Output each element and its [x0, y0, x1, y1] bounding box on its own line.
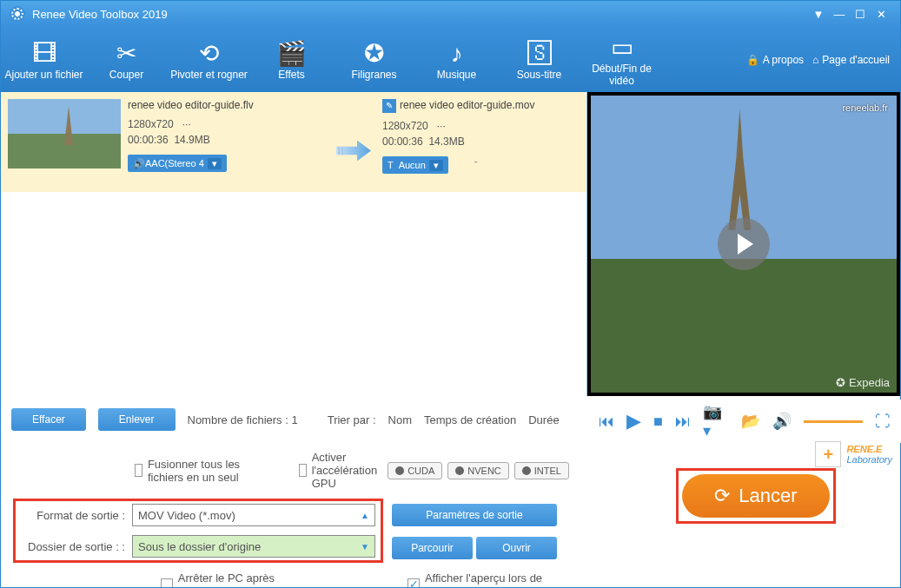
- snapshot-button[interactable]: 📷▾: [703, 402, 729, 440]
- maximize-button[interactable]: ☐: [850, 5, 871, 23]
- open-folder-button[interactable]: 📂: [741, 412, 760, 431]
- file-row[interactable]: renee video editor-guide.flv 1280x720 ··…: [1, 92, 586, 192]
- remove-button[interactable]: Enlever: [98, 408, 176, 431]
- crop-icon: ⟲: [168, 38, 250, 69]
- gpu-checkbox[interactable]: [299, 464, 307, 477]
- trim-button[interactable]: ▭Début/Fin de vidéo: [580, 32, 663, 87]
- fullscreen-button[interactable]: ⛶: [875, 413, 891, 431]
- play-button[interactable]: [718, 218, 770, 270]
- file-count: Nombre de fichiers : 1: [188, 413, 298, 426]
- app-title: Renee Video Toolbox 2019: [32, 8, 168, 21]
- refresh-icon: ⟳: [714, 485, 730, 507]
- intel-chip: INTEL: [514, 462, 569, 479]
- music-button[interactable]: ♪Musique: [415, 38, 498, 81]
- watermark-text: reneelab.fr: [842, 102, 888, 113]
- lock-icon: 🔒: [746, 54, 759, 66]
- output-format-combo[interactable]: MOV Video (*.mov)▲: [132, 504, 375, 526]
- browse-button[interactable]: Parcourir: [392, 537, 473, 559]
- prev-button[interactable]: ⏮: [599, 413, 614, 431]
- close-button[interactable]: ✕: [871, 5, 891, 23]
- source-filename: renee video editor-guide.flv: [128, 99, 325, 111]
- next-button[interactable]: ⏭: [675, 413, 691, 431]
- subtitle-button[interactable]: 🅂Sous-titre: [498, 38, 580, 81]
- nvenc-chip: NVENC: [447, 462, 509, 479]
- rotate-crop-button[interactable]: ⟲Pivoter et rogner: [168, 38, 250, 81]
- effects-button[interactable]: 🎬Effets: [250, 38, 333, 81]
- video-preview: reneelab.fr ✪ Expedia: [591, 96, 897, 393]
- output-folder-combo[interactable]: Sous le dossier d'origine▼: [132, 535, 375, 558]
- output-params-button[interactable]: Paramètres de sortie: [392, 504, 557, 526]
- trim-icon: ▭: [580, 32, 663, 63]
- sort-duration[interactable]: Durée: [528, 413, 559, 426]
- watermark-button[interactable]: ✪Filigranes: [333, 38, 415, 81]
- app-logo-icon: [10, 6, 25, 22]
- preview-checkbox[interactable]: [407, 578, 420, 589]
- cut-button[interactable]: ✂Couper: [85, 38, 168, 81]
- merge-checkbox[interactable]: [135, 464, 142, 477]
- output-filename: ✎renee video editor-guide.mov: [382, 99, 580, 113]
- stop-button[interactable]: ■: [653, 413, 663, 431]
- video-thumbnail: [8, 99, 121, 168]
- folder-label: Dossier de sortie : :: [21, 540, 125, 553]
- cut-icon: ✂: [85, 38, 168, 69]
- plus-icon: +: [815, 441, 841, 467]
- audio-codec-dropdown[interactable]: 🔊 AAC(Stereo 4▾: [128, 155, 227, 172]
- minimize-button[interactable]: —: [829, 5, 850, 23]
- subtitle-icon: 🅂: [498, 38, 580, 69]
- launch-button[interactable]: ⟳Lancer: [682, 474, 830, 518]
- clear-button[interactable]: Effacer: [11, 408, 86, 431]
- brand-logo: + RENE.ELaboratory: [815, 441, 892, 467]
- shutdown-checkbox[interactable]: [161, 578, 173, 589]
- sort-name[interactable]: Nom: [388, 413, 412, 426]
- convert-arrow-icon: [336, 141, 371, 162]
- edit-icon[interactable]: ✎: [382, 99, 396, 113]
- expedia-logo: ✪ Expedia: [836, 376, 890, 389]
- watermark-icon: ✪: [333, 38, 415, 69]
- open-button[interactable]: Ouvrir: [476, 537, 557, 559]
- cuda-chip: CUDA: [388, 462, 442, 479]
- play-control-button[interactable]: ▶: [626, 410, 641, 433]
- subtitle-dropdown[interactable]: T Aucun▾: [382, 156, 448, 174]
- add-file-icon: 🎞: [3, 38, 85, 69]
- sort-time[interactable]: Temps de création: [424, 413, 516, 426]
- home-link[interactable]: ⌂Page d'accueil: [812, 54, 890, 66]
- dropdown-icon[interactable]: ▼: [808, 5, 829, 23]
- format-label: Format de sortie :: [21, 509, 125, 522]
- home-icon: ⌂: [812, 54, 818, 66]
- music-icon: ♪: [415, 38, 498, 69]
- about-link[interactable]: 🔒A propos: [746, 54, 804, 66]
- volume-slider[interactable]: [804, 420, 863, 423]
- sort-label: Trier par :: [328, 413, 376, 426]
- add-file-button[interactable]: 🎞Ajouter un fichier: [3, 38, 85, 81]
- volume-button[interactable]: 🔊: [772, 412, 792, 431]
- effects-icon: 🎬: [250, 38, 333, 69]
